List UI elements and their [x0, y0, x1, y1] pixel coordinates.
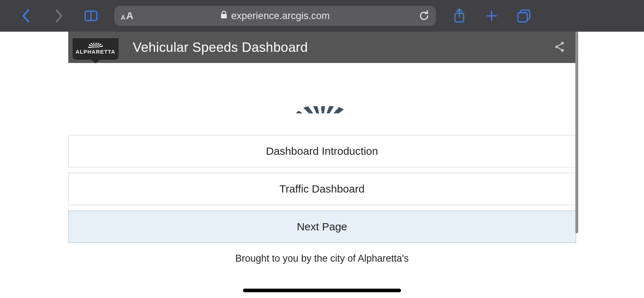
city-logo-badge: ALPHARETTA: [73, 38, 119, 60]
scrollbar[interactable]: [575, 32, 578, 233]
browser-toolbar: AA experience.arcgis.com: [0, 0, 644, 32]
dashboard-header: ALPHARETTA Vehicular Speeds Dashboard: [68, 32, 576, 63]
page-viewport: ALPHARETTA Vehicular Speeds Dashboard TH…: [0, 32, 644, 298]
url-host: experience.arcgis.com: [231, 10, 330, 22]
nav-button-0[interactable]: Dashboard Introduction: [68, 135, 576, 167]
footer-text: Brought to you by the city of Alpharetta…: [68, 253, 576, 264]
bookmarks-button[interactable]: [75, 0, 107, 32]
address-bar[interactable]: AA experience.arcgis.com: [114, 6, 436, 26]
nav-button-2[interactable]: Next Page: [68, 211, 576, 243]
nav-button-label: Traffic Dashboard: [280, 183, 365, 195]
nav-button-stack: Dashboard IntroductionTraffic DashboardN…: [68, 135, 576, 243]
reader-aa-button[interactable]: AA: [121, 10, 133, 22]
seal-arc-text-icon: THE CITY OF: [275, 82, 369, 107]
svg-rect-2: [221, 14, 227, 18]
lock-icon: [220, 10, 227, 22]
forward-button[interactable]: [42, 0, 75, 32]
nav-button-label: Dashboard Introduction: [266, 145, 378, 157]
page-content: ALPHARETTA Vehicular Speeds Dashboard TH…: [68, 32, 576, 298]
seal-fan-icon: [291, 106, 353, 113]
page-title: Vehicular Speeds Dashboard: [133, 40, 308, 55]
logo-fan-icon: [88, 43, 103, 48]
logo-text: ALPHARETTA: [75, 49, 115, 55]
share-button[interactable]: [443, 0, 475, 32]
tabs-button[interactable]: [508, 0, 540, 32]
back-button[interactable]: [10, 0, 42, 32]
dashboard-share-button[interactable]: [554, 41, 565, 54]
svg-rect-8: [518, 13, 527, 22]
city-seal: THE CITY OF: [68, 63, 576, 113]
nav-button-label: Next Page: [297, 221, 347, 233]
nav-button-1[interactable]: Traffic Dashboard: [68, 173, 576, 205]
reload-button[interactable]: [419, 10, 429, 22]
svg-line-12: [558, 44, 561, 46]
home-indicator[interactable]: [243, 289, 401, 292]
new-tab-button[interactable]: [475, 0, 508, 32]
svg-line-13: [558, 48, 561, 50]
